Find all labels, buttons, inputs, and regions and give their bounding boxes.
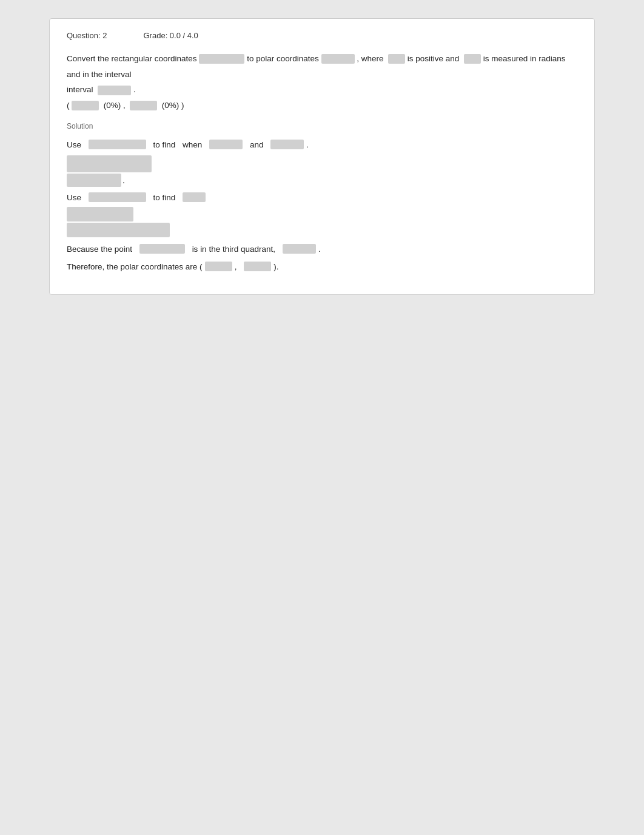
polar-coord-1 <box>321 54 355 64</box>
therefore-text: Therefore, the polar coordinates are ( <box>67 259 203 275</box>
question-label: Question: 2 <box>67 31 107 40</box>
is-in-third: is in the third quadrant, <box>192 241 275 257</box>
step1-to-find: to find <box>153 137 176 153</box>
step2-math-formula-1 <box>67 207 133 221</box>
step2-use: Use <box>67 189 81 206</box>
therefore-line: Therefore, the polar coordinates are ( ,… <box>67 259 577 275</box>
close-paren-text: ). <box>273 259 278 275</box>
step1-math-row1 <box>67 155 577 172</box>
step1-math-period: . <box>122 175 125 185</box>
meta-row: Question: 2 Grade: 0.0 / 4.0 <box>67 31 577 40</box>
step1-math-formula-1 <box>67 155 152 172</box>
period2: . <box>318 241 321 257</box>
problem-statement: Convert the rectangular coordinates to p… <box>67 51 577 113</box>
intro-text: Convert the rectangular coordinates <box>67 54 197 63</box>
step2-to-find: to find <box>153 189 176 206</box>
step2-math-row2 <box>67 223 577 237</box>
point-value <box>139 244 185 254</box>
answer-r <box>72 101 99 110</box>
answer-theta <box>130 101 157 110</box>
open-paren: ( <box>67 101 70 110</box>
where-text: , where <box>357 54 383 63</box>
r-var <box>388 54 405 64</box>
step1-math-formula-2 <box>67 174 121 187</box>
step2-formula <box>89 192 146 202</box>
to-polar-text: to polar coordinates <box>247 54 319 63</box>
step2-math-row1 <box>67 207 577 221</box>
step1-and: and <box>250 137 264 153</box>
pct1: (0%) , <box>101 101 126 110</box>
period-text: . <box>133 85 136 94</box>
solution-label: Solution <box>67 122 577 130</box>
step2-math-block <box>67 207 577 237</box>
step1-y-val <box>270 140 304 149</box>
because-line: Because the point is in the third quadra… <box>67 241 577 257</box>
interval-value <box>98 86 131 95</box>
final-r <box>205 262 232 271</box>
solution-section: Use to find when and . . Use to find <box>67 137 577 275</box>
step1-math-row2: . <box>67 174 577 187</box>
final-theta <box>244 262 271 271</box>
because-text: Because the point <box>67 241 132 257</box>
step2-theta <box>183 192 206 202</box>
comma-text: , <box>235 259 237 275</box>
quadrant-formula <box>283 244 316 254</box>
question-card: Question: 2 Grade: 0.0 / 4.0 Convert the… <box>49 18 595 295</box>
step1-math-block: . <box>67 155 577 187</box>
pct2: (0%) ) <box>159 101 184 110</box>
step1-x-val <box>209 140 243 149</box>
step1-formula <box>89 140 146 149</box>
step1-line: Use to find when and . <box>67 137 577 153</box>
step1-period: . <box>306 137 309 153</box>
theta-var <box>464 54 481 64</box>
step1-when: when <box>183 137 202 153</box>
step2-line: Use to find <box>67 189 577 206</box>
grade-label: Grade: 0.0 / 4.0 <box>144 31 198 40</box>
coord-input-1 <box>199 54 244 64</box>
step2-math-formula-2 <box>67 223 170 237</box>
step1-use: Use <box>67 137 81 153</box>
interval-label: interval <box>67 85 93 94</box>
r-positive-text: is positive and <box>408 54 460 63</box>
